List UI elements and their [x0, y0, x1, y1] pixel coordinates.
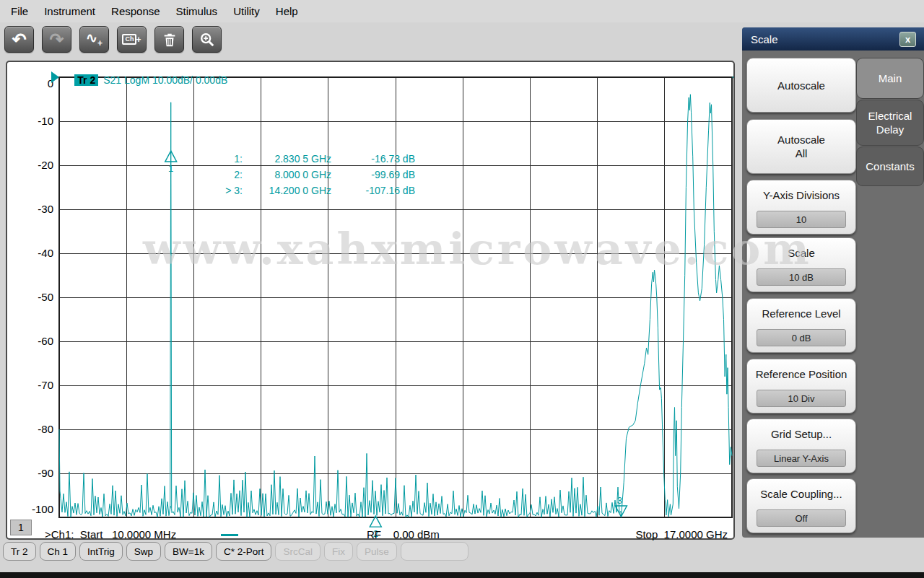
statusbar-button-bw-1k[interactable]: BW=1k: [165, 542, 212, 561]
toolbar: ↶↷∿+Ch+: [4, 26, 222, 53]
panel-value-scale: 10 dB: [757, 268, 846, 286]
statusbar-button-srccal: SrcCal: [275, 542, 321, 561]
trace-selector-tr2[interactable]: Tr 2: [74, 74, 98, 86]
y-axis-tick: -90: [38, 467, 53, 479]
scale-panel: Scale x AutoscaleAutoscaleAllY-Axis Divi…: [742, 27, 924, 538]
panel-button-reference-level[interactable]: Reference Level0 dB: [746, 298, 856, 353]
marker-readout-2-value: -99.69 dB: [371, 169, 415, 180]
panel-value-reference-position: 10 Div: [757, 390, 846, 407]
panel-button-label: Scale Coupling...: [747, 487, 855, 501]
menu-bar: FileInstrumentResponseStimulusUtilityHel…: [0, 0, 924, 22]
vna-application-window: FileInstrumentResponseStimulusUtilityHel…: [0, 0, 924, 578]
panel-button-label: Reference Position: [747, 367, 855, 381]
marker-readout-1-id: 1:: [234, 153, 243, 165]
y-axis-tick: -20: [38, 159, 53, 171]
panel-button-grid-setup[interactable]: Grid Setup...Linear Y-Axis: [746, 419, 856, 473]
panel-value-y-axis-divisions: 10: [757, 211, 846, 228]
sweep-start-label: >Ch1: Start 10.0000 MHz: [45, 528, 176, 540]
panel-button-scale-coupling[interactable]: Scale Coupling...Off: [746, 478, 856, 533]
panel-button-autoscale-all[interactable]: AutoscaleAll: [746, 119, 856, 174]
tab-main[interactable]: Main: [856, 58, 924, 99]
y-axis-tick: -100: [32, 503, 53, 515]
undo-icon[interactable]: ↶: [4, 26, 34, 53]
stimulus-status-line: >Ch1: Start 10.0000 MHz RF 0.00 dBm Stop…: [7, 528, 733, 541]
marker-readout-1-freq: 2.830 5 GHz: [274, 153, 331, 165]
tab-electrical-delay[interactable]: ElectricalDelay: [856, 100, 924, 146]
status-button-bar: Tr 2Ch 1IntTrigSwpBW=1kC* 2-PortSrcCalFi…: [0, 542, 742, 561]
trace-color-indicator: [221, 534, 238, 536]
redo-icon: ↷: [42, 26, 71, 53]
y-axis-tick: -70: [38, 379, 53, 391]
y-axis-tick: -60: [38, 335, 53, 347]
panel-title: Scale: [751, 33, 778, 45]
trace-header: Tr 2S21 LogM 10.00dB/ 0.00dB: [58, 63, 227, 97]
panel-button-label: Reference Level: [747, 307, 855, 320]
statusbar-button-fix: Fix: [324, 542, 353, 561]
y-axis-tick: -50: [38, 291, 53, 303]
panel-button-label: Grid Setup...: [747, 427, 855, 441]
marker-readout-3-freq: 14.200 0 GHz: [269, 185, 331, 196]
y-axis-tick: -30: [38, 203, 53, 215]
marker-3-label: 3: [617, 495, 622, 506]
menu-stimulus[interactable]: Stimulus: [168, 5, 226, 17]
tab-constants[interactable]: Constants: [856, 146, 924, 186]
statusbar-button-swp[interactable]: Swp: [126, 542, 161, 561]
menu-help[interactable]: Help: [268, 5, 306, 17]
statusbar-button-ch-1[interactable]: Ch 1: [40, 542, 77, 561]
marker-readout-3-value: -107.16 dB: [366, 185, 416, 196]
y-axis-tick: -80: [38, 423, 53, 435]
panel-button-label: AutoscaleAll: [747, 133, 855, 160]
menu-file[interactable]: File: [3, 5, 36, 17]
statusbar-button-tr-2[interactable]: Tr 2: [3, 542, 36, 561]
zoom-in-icon[interactable]: [192, 26, 222, 53]
menu-response[interactable]: Response: [103, 5, 168, 17]
panel-value-scale-coupling: Off: [757, 509, 846, 527]
panel-button-reference-position[interactable]: Reference Position10 Div: [746, 359, 856, 413]
y-axis-tick: -40: [38, 247, 53, 259]
delete-icon[interactable]: [154, 26, 184, 53]
marker-readout-2-freq: 8.000 0 GHz: [274, 169, 331, 180]
panel-value-reference-level: 0 dB: [757, 329, 846, 346]
y-axis-tick: -10: [38, 115, 53, 127]
statusbar-button-inttrig[interactable]: IntTrig: [79, 542, 123, 561]
marker-1-label: 1: [168, 163, 173, 174]
marker-readout-2-id: 2:: [234, 169, 243, 180]
sweep-stop-label: Stop 17.0000 GHz: [635, 528, 728, 540]
panel-button-label: Autoscale: [747, 79, 855, 92]
measurement-graph: 0-10-20-30-40-50-60-70-80-90-1001231:2.8…: [7, 62, 733, 538]
add-channel-icon[interactable]: Ch+: [117, 26, 147, 53]
statusbar-button-pulse: Pulse: [357, 542, 397, 561]
menu-instrument[interactable]: Instrument: [36, 5, 103, 17]
scale-panel-titlebar: Scale x: [742, 27, 924, 51]
channel-number-badge: 1: [10, 520, 32, 535]
panel-button-label: Y-Axis Divisions: [747, 188, 855, 202]
window-bottom-edge: [0, 572, 924, 578]
panel-value-grid-setup: Linear Y-Axis: [757, 450, 846, 467]
panel-button-y-axis-divisions[interactable]: Y-Axis Divisions10: [746, 180, 856, 235]
panel-button-autoscale[interactable]: Autoscale: [746, 58, 856, 113]
trace-settings-label: S21 LogM 10.00dB/ 0.00dB: [103, 74, 227, 86]
statusbar-button-c-2-port[interactable]: C* 2-Port: [216, 542, 272, 561]
marker-readout-1-value: -16.73 dB: [371, 153, 415, 165]
plot-area: 0-10-20-30-40-50-60-70-80-90-1001231:2.8…: [6, 61, 735, 540]
panel-button-scale[interactable]: Scale10 dB: [746, 237, 856, 292]
add-trace-icon[interactable]: ∿+: [79, 26, 109, 53]
panel-button-label: Scale: [747, 246, 855, 260]
rf-power-label: RF 0.00 dBm: [367, 528, 440, 540]
marker-readout-3-id: > 3:: [225, 185, 243, 196]
close-icon[interactable]: x: [899, 32, 916, 47]
menu-utility[interactable]: Utility: [225, 5, 268, 17]
statusbar-button-empty: [401, 542, 468, 561]
